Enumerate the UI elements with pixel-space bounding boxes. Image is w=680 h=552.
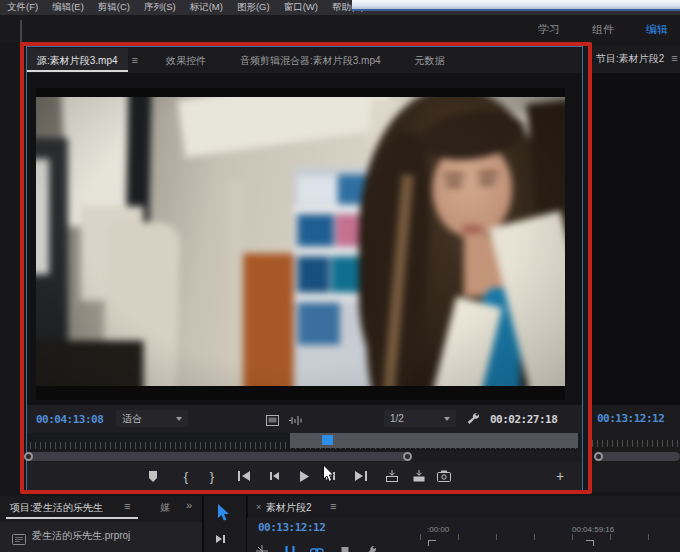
add-marker-button[interactable] — [141, 464, 165, 488]
settings-wrench-icon[interactable] — [466, 411, 479, 429]
panel-menu-icon[interactable]: ≡ — [326, 500, 340, 512]
drag-video-only-icon[interactable] — [266, 412, 279, 430]
in-out-duration: 00:02:27:18 — [490, 413, 557, 426]
menu-item-marker[interactable]: 标记(M) — [190, 1, 223, 14]
insert-overwrite-icon[interactable] — [256, 543, 268, 552]
mark-in-glyph: { — [184, 469, 188, 484]
program-scrollbar-handle[interactable] — [594, 452, 603, 461]
video-preview-frame[interactable] — [36, 88, 565, 400]
tab-project[interactable]: 项目:爱生活的乐先生 — [10, 501, 103, 515]
project-file-name[interactable]: 爱生活的乐先生.prproj — [32, 529, 130, 543]
workspace-tab-assembly[interactable]: 组件 — [592, 22, 614, 37]
menu-item-file[interactable]: 文件(F) — [7, 1, 38, 14]
program-video-area[interactable] — [588, 73, 680, 405]
chevron-down-icon — [444, 417, 450, 421]
step-back-button[interactable] — [262, 464, 286, 488]
mouse-cursor — [322, 464, 336, 488]
linked-selection-icon[interactable] — [310, 543, 324, 552]
tab-effect-controls[interactable]: 效果控件 — [156, 48, 216, 72]
video-scene — [36, 88, 565, 400]
workspace-tab-learning[interactable]: 学习 — [538, 22, 560, 37]
source-current-timecode[interactable]: 00:04:13:08 — [36, 413, 103, 426]
ruler-ticks — [30, 442, 578, 449]
go-to-out-button[interactable] — [348, 464, 372, 488]
work-area-start-bracket — [428, 540, 436, 546]
tab-audio-clip-mixer[interactable]: 音频剪辑混合器:素材片段3.mp4 — [230, 48, 391, 72]
close-icon[interactable]: × — [256, 502, 261, 512]
go-to-in-button[interactable] — [232, 464, 256, 488]
program-tab-label: 节目:素材片段2 — [596, 53, 664, 64]
scene-vignette — [36, 88, 565, 400]
program-ruler-ticks[interactable] — [592, 440, 680, 447]
timeline-settings-wrench-icon[interactable] — [364, 543, 376, 552]
panel-menu-icon[interactable]: ≡ — [667, 52, 680, 64]
scrollbar-right-handle[interactable] — [403, 452, 412, 461]
menu-item-graphics[interactable]: 图形(G) — [237, 1, 270, 14]
play-button[interactable] — [292, 464, 316, 488]
overwrite-button[interactable] — [407, 464, 431, 488]
tab-timeline-sequence[interactable]: 素材片段2 — [266, 501, 312, 515]
playback-resolution-value: 1/2 — [390, 413, 404, 424]
program-current-timecode[interactable]: 00:13:12:12 — [597, 412, 664, 425]
drag-audio-only-icon[interactable] — [288, 412, 302, 430]
mark-in-button[interactable]: { — [174, 464, 198, 488]
premiere-app-window: 文件(F) 编辑(E) 剪辑(C) 序列(S) 标记(M) 图形(G) 窗口(W… — [0, 0, 680, 552]
plus-icon: + — [556, 468, 564, 484]
mark-out-glyph: } — [210, 469, 214, 484]
menu-item-sequence[interactable]: 序列(S) — [144, 1, 176, 14]
letterbox-bottom — [36, 386, 565, 400]
scrollbar-left-handle[interactable] — [24, 452, 33, 461]
menu-item-window[interactable]: 窗口(W) — [284, 1, 318, 14]
panel-menu-icon[interactable]: ≡ — [120, 500, 134, 512]
source-scrollbar[interactable] — [26, 452, 412, 461]
source-playhead[interactable] — [322, 435, 333, 445]
tab-source-clip[interactable]: 源:素材片段3.mp4 — [27, 48, 128, 72]
button-editor-add[interactable]: + — [548, 464, 572, 488]
mark-out-button[interactable]: } — [200, 464, 224, 488]
playback-resolution-dropdown[interactable]: 1/2 — [384, 410, 456, 427]
chevron-down-icon — [176, 417, 182, 421]
menu-item-edit[interactable]: 编辑(E) — [52, 1, 84, 14]
clipped-tab[interactable]: 媒 — [160, 501, 170, 515]
zoom-level-dropdown[interactable]: 适合 — [116, 410, 188, 427]
tab-program-clip[interactable]: 节目:素材片段2 ≡ — [596, 52, 680, 66]
workspace-divider — [20, 20, 22, 46]
timeline-current-timecode[interactable]: 00:13:12:12 — [258, 521, 325, 534]
workspace-bar: 学习 组件 编辑 — [0, 15, 680, 42]
panel-divider — [202, 496, 204, 552]
workspace-tab-editing[interactable]: 编辑 — [646, 22, 668, 37]
timeline-ruler[interactable] — [420, 534, 680, 540]
project-file-icon — [12, 531, 26, 549]
timeline-ruler-end-label: 00:04:59:16 — [572, 525, 614, 534]
insert-button[interactable] — [380, 464, 404, 488]
program-scrollbar[interactable] — [596, 452, 680, 461]
panel-menu-icon[interactable]: ≡ — [128, 54, 142, 66]
tab-overflow-chevron[interactable]: » — [186, 499, 192, 511]
tab-metadata[interactable]: 元数据 — [405, 48, 455, 72]
zoom-level-value: 适合 — [122, 412, 142, 426]
track-select-forward-tool[interactable] — [214, 531, 228, 549]
window-edge-highlight — [352, 0, 680, 11]
export-frame-button[interactable] — [432, 464, 456, 488]
work-area-end-bracket — [586, 540, 594, 546]
timeline-marker-icon[interactable] — [340, 543, 350, 552]
menu-item-clip[interactable]: 剪辑(C) — [98, 1, 130, 14]
active-tab-underline — [6, 517, 138, 519]
timeline-ruler-start-label: :00:00 — [427, 525, 449, 534]
selection-tool[interactable] — [216, 504, 231, 526]
source-monitor-tab-row: 源:素材片段3.mp4 ≡ 效果控件 音频剪辑混合器:素材片段3.mp4 元数据 — [27, 47, 582, 73]
snap-magnet-icon[interactable] — [284, 543, 296, 552]
letterbox-top — [36, 88, 565, 97]
